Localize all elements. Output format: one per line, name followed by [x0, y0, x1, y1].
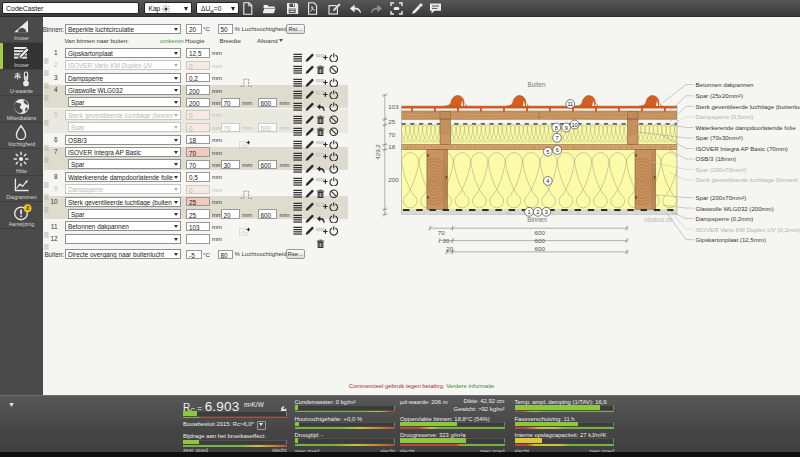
- col1-gauge-rc: [183, 411, 287, 418]
- layer-marker: 10: [570, 120, 579, 129]
- statusbar-collapse-button[interactable]: ▼: [8, 401, 15, 408]
- more-info-link[interactable]: Verdere informatie: [446, 383, 494, 389]
- dim-bottom-b: 600: [535, 245, 546, 252]
- svg-text:3: 3: [545, 209, 548, 215]
- layer-marker: 9: [562, 123, 571, 132]
- svg-text:6: 6: [556, 147, 559, 153]
- layer-label: Dampsperre (0,2mm): [696, 215, 754, 222]
- col3-gauge3: [400, 438, 505, 445]
- gauge-track: [295, 438, 396, 443]
- layer-label: Sterk geventileerde luchtlage (binnenl: [696, 176, 798, 183]
- layer-marker: 3: [542, 207, 551, 216]
- gauge-scale-strip: [515, 427, 615, 429]
- layer-label: Dampsperre (0,5mm): [696, 113, 754, 120]
- gauge-scale-strip: [295, 444, 396, 446]
- svg-text:1: 1: [527, 209, 530, 215]
- layer-marker: 5: [543, 147, 552, 156]
- layer-marker: 1: [525, 207, 534, 216]
- col4-gauge3: [515, 438, 615, 445]
- dim-bottom-b: 600: [535, 237, 546, 244]
- layer-marker: 6: [553, 146, 562, 155]
- col1-gauge-broeikas: [183, 440, 287, 447]
- gewicht-label: Gewicht: >92 kg/m²: [400, 406, 505, 412]
- dim-bottom-a: 20: [446, 245, 453, 252]
- layer-label: Waterkerende dampdoorlatende folie: [696, 124, 797, 131]
- drawing-binnen-label: Binnen: [527, 216, 547, 223]
- gauge-value-bar: [295, 438, 298, 443]
- col4-gauge2: [515, 422, 615, 429]
- dim-left-label: 18: [388, 143, 395, 150]
- chevron-down-icon: [259, 423, 263, 426]
- layer-marker: 7: [553, 133, 562, 142]
- layer-marker: 8: [552, 123, 561, 132]
- layer-marker: 2: [533, 207, 542, 216]
- svg-text:7: 7: [555, 135, 558, 141]
- dim-total-label: 429,2: [374, 144, 381, 160]
- tile-underlay-wood: [402, 111, 697, 119]
- dim-bottom-b: 600: [535, 229, 546, 236]
- col4-gauge1: [515, 405, 615, 412]
- svg-text:11: 11: [567, 101, 573, 107]
- rc-unit: m²K/W: [244, 401, 264, 408]
- statusbar: ▼ RC = 6,903 m²K/W Bouwbesluit 2015: Rc>…: [0, 395, 800, 452]
- layer-label: Gipskartonplaat (12,5mm): [696, 236, 766, 243]
- svg-text:5: 5: [546, 149, 549, 155]
- gauge-value-bar: [515, 422, 579, 427]
- commercial-text: Commercieel gebruik tegen betaling.: [349, 383, 445, 389]
- svg-text:2: 2: [536, 209, 539, 215]
- layer-label: OSB/3 (18mm): [696, 155, 737, 162]
- gauge-value-bar: [295, 422, 299, 427]
- gauge-track: [295, 422, 396, 427]
- col2-gauge2: [295, 422, 396, 429]
- gauge-scale-strip: [515, 411, 615, 413]
- osb-layer: [402, 145, 678, 150]
- gauge-scale-strip: [400, 444, 505, 446]
- gauge-value-bar: [183, 440, 199, 445]
- gauge-value-bar: [400, 438, 466, 443]
- layer-label: Sterk geventileerde luchtlage (buitenluc…: [696, 103, 800, 110]
- bottom-dimensions: [428, 226, 629, 255]
- dim-left-label: 103: [388, 103, 399, 110]
- left-dimensions: [382, 93, 387, 216]
- gauge-scale-strip: [400, 427, 505, 429]
- dim-left-label: 200: [388, 176, 399, 183]
- svg-text:10: 10: [571, 122, 577, 128]
- svg-text:8: 8: [555, 125, 558, 131]
- dim-bottom-a: 30: [443, 237, 450, 244]
- dim-left-label: 70: [388, 131, 395, 138]
- window-bottom-strip: [0, 452, 800, 457]
- layer-label: Spar (200x70mm²): [696, 194, 747, 201]
- bouwbesluit-dropdown[interactable]: [257, 421, 267, 430]
- gauge-value-bar: [515, 405, 601, 410]
- layer-marker: 11: [566, 100, 575, 109]
- watermark: ubakus.de: [644, 216, 674, 223]
- gauge-scale-strip: [295, 427, 396, 429]
- gauge-track: [295, 405, 396, 410]
- bouwbesluit-text: Bouwbesluit 2015: Rc>6,0*: [183, 421, 254, 427]
- layer-label: Betonnen dakpannen: [696, 81, 754, 88]
- gauge-scale-strip: [183, 417, 287, 419]
- layer-label: Glaswolle WLG032 (200mm): [696, 205, 774, 212]
- dikte-label: Dikte: 42,92 cm: [400, 398, 505, 404]
- svg-text:9: 9: [565, 125, 568, 131]
- layer-marker: 4: [543, 177, 552, 186]
- gauge-value-bar: [515, 438, 543, 443]
- drawing-buiten-label: Buiten: [528, 81, 546, 88]
- col3-gauge2: [400, 422, 505, 429]
- col2-gauge3: [295, 438, 396, 445]
- svg-text:4: 4: [546, 178, 549, 184]
- gauge-scale-strip: [183, 445, 287, 447]
- roof-tiles: [402, 95, 678, 111]
- gauge-track: [183, 411, 287, 416]
- gauge-value-bar: [295, 405, 298, 410]
- layer-label: ISOVER Vario KM Duplex UV (0,2mm): [696, 226, 800, 233]
- dim-bottom-a: 70: [438, 229, 445, 236]
- gauge-track: [183, 440, 287, 445]
- gauge-value-bar: [400, 422, 457, 427]
- gauge-scale-strip: [515, 444, 615, 446]
- commercial-note: Commercieel gebruik tegen betaling. Verd…: [43, 383, 800, 389]
- broeikas-label: Bijdrage aan het broeikaseffect:: [183, 433, 266, 439]
- gauge-value-bar: [183, 411, 197, 416]
- layer-label: Spar (70x30mm²): [696, 134, 743, 141]
- col2-gauge1: [295, 405, 396, 412]
